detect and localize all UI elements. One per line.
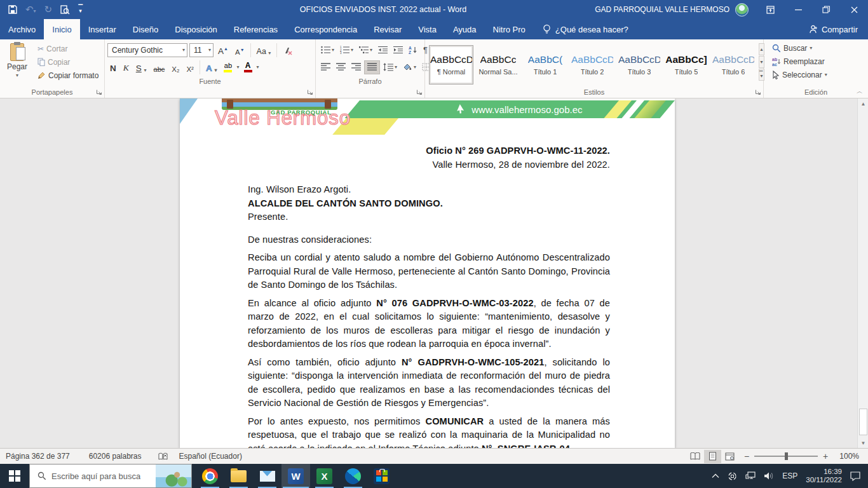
multilevel-list-button[interactable]: ▾ xyxy=(356,43,375,57)
redo-icon[interactable]: ↻ xyxy=(44,4,53,15)
font-size-combobox[interactable]: 11 ▾ xyxy=(189,43,214,57)
taskbar-edge-icon[interactable] xyxy=(339,464,367,488)
zoom-slider[interactable] xyxy=(754,456,818,457)
strikethrough-button[interactable]: abc xyxy=(151,60,168,74)
style-normal-sa[interactable]: AaBbCcNormal Sa... xyxy=(476,45,520,85)
save-icon[interactable] xyxy=(8,5,17,14)
taskbar-store-icon[interactable] xyxy=(367,464,396,488)
minimize-button[interactable] xyxy=(784,0,812,19)
paste-button[interactable]: Pegar ▾ xyxy=(3,41,32,86)
close-button[interactable] xyxy=(840,0,868,19)
replace-button[interactable]: abac Reemplazar xyxy=(770,55,865,68)
style-titulo-1[interactable]: AaBbC(Título 1 xyxy=(523,45,567,85)
underline-button[interactable]: S ▾ xyxy=(133,60,149,74)
taskbar-mail-icon[interactable] xyxy=(253,464,281,488)
tell-me-box[interactable]: ¿Qué desea hacer? xyxy=(534,19,637,39)
select-button[interactable]: Seleccionar▾ xyxy=(770,68,865,81)
superscript-button[interactable]: X² xyxy=(184,60,196,74)
taskbar-excel-icon[interactable]: X xyxy=(310,464,339,488)
taskbar-word-icon[interactable]: W xyxy=(281,464,310,488)
shading-button[interactable]: ▾ xyxy=(400,60,419,74)
tray-volume-icon[interactable] xyxy=(764,471,774,480)
ribbon-display-options-icon[interactable] xyxy=(756,0,784,19)
clipboard-dialog-launcher-icon[interactable] xyxy=(96,89,102,95)
style-titulo-6[interactable]: AaBbCcDcTítulo 6 xyxy=(711,45,756,85)
tray-sync-icon[interactable] xyxy=(728,471,737,481)
taskbar-search[interactable] xyxy=(29,464,192,488)
read-mode-view-icon[interactable] xyxy=(687,450,704,463)
print-preview-icon[interactable] xyxy=(60,5,70,15)
font-color-button[interactable]: A xyxy=(241,62,255,72)
font-name-combobox[interactable]: Century Gothic ▾ xyxy=(107,43,187,57)
align-center-button[interactable] xyxy=(334,60,348,74)
tab-inicio[interactable]: Inicio xyxy=(44,19,79,39)
styles-dialog-launcher-icon[interactable] xyxy=(755,89,761,95)
tab-disposicion[interactable]: Disposición xyxy=(166,19,225,39)
bold-button[interactable]: N xyxy=(107,60,119,74)
shrink-font-button[interactable]: A▼ xyxy=(233,43,247,57)
zoom-in-button[interactable]: + xyxy=(823,449,834,464)
subscript-button[interactable]: X₂ xyxy=(169,60,182,74)
style-titulo-3[interactable]: AaBbCcDTítulo 3 xyxy=(617,45,661,85)
style-normal[interactable]: AaBbCcD¶ Normal xyxy=(429,45,473,85)
share-button[interactable]: Compartir xyxy=(799,19,868,39)
zoom-out-button[interactable]: − xyxy=(738,449,749,464)
start-button[interactable] xyxy=(0,464,29,488)
bullets-button[interactable]: ▾ xyxy=(318,43,337,57)
document-page[interactable]: www.vallehermoso.gob.ec Valle Hermoso GA… xyxy=(180,98,675,448)
change-case-button[interactable]: Aa ▾ xyxy=(254,43,274,57)
style-titulo-2[interactable]: AaBbCcDTítulo 2 xyxy=(570,45,614,85)
tab-vista[interactable]: Vista xyxy=(410,19,445,39)
decrease-indent-button[interactable] xyxy=(376,43,390,57)
justify-button[interactable] xyxy=(364,60,380,74)
tab-correspondencia[interactable]: Correspondencia xyxy=(286,19,365,39)
action-center-icon[interactable] xyxy=(850,471,860,481)
tab-diseno[interactable]: Diseño xyxy=(125,19,166,39)
numbering-button[interactable]: 123▾ xyxy=(337,43,356,57)
print-layout-view-icon[interactable] xyxy=(704,450,721,463)
customize-qat-icon[interactable]: ▔▾ xyxy=(78,6,83,13)
tab-insertar[interactable]: Insertar xyxy=(80,19,125,39)
tab-ayuda[interactable]: Ayuda xyxy=(445,19,485,39)
proofing-status[interactable] xyxy=(153,449,173,464)
search-input[interactable] xyxy=(51,471,140,481)
word-count[interactable]: 60206 palabras xyxy=(83,449,147,464)
align-right-button[interactable] xyxy=(349,60,363,74)
text-effects-button[interactable]: A ▾ xyxy=(203,60,220,74)
collapse-ribbon-icon[interactable]: ︿ xyxy=(857,87,863,96)
clear-formatting-button[interactable] xyxy=(280,43,295,57)
line-spacing-button[interactable]: ▾ xyxy=(381,60,400,74)
tray-clock[interactable]: 16:39 30/11/2022 xyxy=(806,468,842,484)
scrollbar-thumb[interactable] xyxy=(859,409,867,435)
language-indicator[interactable]: Español (Ecuador) xyxy=(173,449,248,464)
tab-referencias[interactable]: Referencias xyxy=(226,19,286,39)
paragraph-dialog-launcher-icon[interactable] xyxy=(416,89,423,95)
vertical-scrollbar[interactable]: ▲ ▼ xyxy=(857,98,868,448)
format-painter-button[interactable]: Copiar formato xyxy=(36,69,100,82)
scroll-down-icon[interactable]: ▼ xyxy=(858,438,868,448)
search-highlight-image[interactable] xyxy=(156,464,191,487)
taskbar-chrome-icon[interactable] xyxy=(196,464,224,488)
tab-archivo[interactable]: Archivo xyxy=(0,19,44,39)
font-dialog-launcher-icon[interactable] xyxy=(307,89,313,95)
tray-network-icon[interactable] xyxy=(745,471,756,480)
style-titulo-5[interactable]: AaBbCc]Título 5 xyxy=(664,45,709,85)
highlight-button[interactable]: ab xyxy=(221,62,234,72)
italic-button[interactable]: K xyxy=(121,60,132,74)
cut-button[interactable]: ✂ Cortar xyxy=(36,42,100,55)
align-left-button[interactable] xyxy=(318,60,333,74)
zoom-level[interactable]: 100% xyxy=(834,449,868,464)
tray-chevron-up-icon[interactable] xyxy=(712,473,719,478)
find-button[interactable]: Buscar▾ xyxy=(770,41,865,55)
web-layout-view-icon[interactable] xyxy=(721,450,738,463)
copy-button[interactable]: Copiar xyxy=(36,55,100,69)
tab-revisar[interactable]: Revisar xyxy=(365,19,410,39)
restore-button[interactable] xyxy=(812,0,840,19)
tab-nitro-pro[interactable]: Nitro Pro xyxy=(485,19,534,39)
taskbar-file-explorer-icon[interactable] xyxy=(224,464,253,488)
sort-button[interactable]: AZ xyxy=(406,43,420,57)
grow-font-button[interactable]: A▲ xyxy=(215,43,231,57)
scroll-up-icon[interactable]: ▲ xyxy=(858,98,868,109)
page-indicator[interactable]: Página 362 de 377 xyxy=(0,449,76,464)
account-name[interactable]: GAD PARROQUIAL VALLE HERMOSO xyxy=(595,5,729,14)
